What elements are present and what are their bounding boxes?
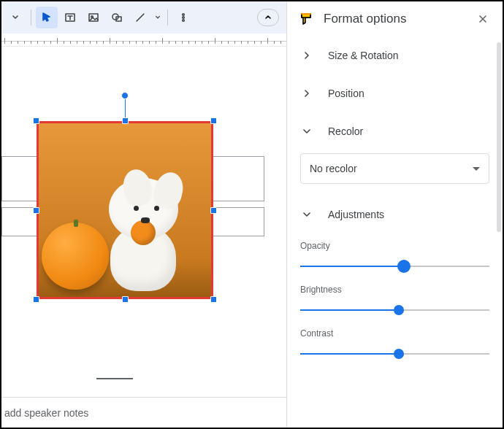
resize-handle-tr[interactable] — [210, 117, 217, 124]
rotation-stem — [125, 98, 126, 118]
toolbar-dropdown-caret[interactable] — [4, 7, 26, 28]
insert-image-tool[interactable] — [83, 7, 104, 28]
resize-handle-r[interactable] — [210, 207, 217, 214]
format-options-panel: Format options Size & Rotation Position — [286, 1, 503, 428]
opacity-slider[interactable] — [300, 261, 489, 271]
opacity-control: Opacity — [300, 241, 489, 271]
brightness-control: Brightness — [300, 285, 489, 315]
rotation-handle[interactable] — [121, 92, 129, 99]
close-panel-button[interactable] — [475, 8, 491, 31]
opacity-label: Opacity — [300, 241, 489, 251]
section-label: Position — [328, 88, 364, 99]
contrast-slider-thumb[interactable] — [394, 349, 404, 359]
contrast-control: Contrast — [300, 328, 489, 359]
chevron-right-icon — [300, 89, 313, 98]
chevron-right-icon — [300, 51, 313, 60]
image-content — [37, 121, 213, 299]
speaker-notes-placeholder: add speaker notes — [4, 407, 88, 419]
section-label: Size & Rotation — [328, 50, 399, 61]
section-label: Adjustments — [328, 209, 384, 220]
slide-canvas[interactable]: Click to add title Click to add subtitle — [1, 47, 286, 428]
recolor-selected-value: No recolor — [310, 163, 357, 174]
chevron-down-icon — [300, 128, 313, 135]
more-tools[interactable] — [172, 7, 194, 28]
recolor-dropdown[interactable]: No recolor — [300, 153, 489, 184]
section-position[interactable]: Position — [287, 74, 503, 112]
panel-title: Format options — [324, 12, 465, 26]
svg-point-5 — [183, 14, 185, 16]
resize-handle-l[interactable] — [33, 207, 39, 214]
toolbar — [1, 1, 286, 34]
brightness-slider[interactable] — [300, 305, 489, 315]
shape-tool[interactable] — [106, 7, 128, 28]
brightness-label: Brightness — [300, 285, 489, 295]
selected-image[interactable] — [37, 121, 213, 299]
horizontal-ruler — [1, 34, 286, 47]
svg-point-6 — [183, 17, 185, 19]
format-options-icon — [299, 12, 313, 26]
contrast-slider[interactable] — [300, 349, 489, 359]
section-recolor[interactable]: Recolor — [287, 112, 503, 150]
select-tool[interactable] — [36, 7, 58, 28]
line-tool[interactable] — [129, 7, 151, 28]
brightness-slider-thumb[interactable] — [394, 305, 404, 315]
svg-point-7 — [183, 20, 185, 22]
collapse-toolbar[interactable] — [257, 9, 279, 26]
slide-divider — [96, 378, 133, 379]
section-label: Recolor — [328, 125, 363, 137]
resize-handle-bl[interactable] — [33, 296, 39, 303]
resize-handle-br[interactable] — [210, 296, 217, 303]
caret-down-icon — [473, 167, 480, 171]
dog-graphic — [88, 167, 191, 291]
contrast-label: Contrast — [300, 328, 489, 339]
text-box-tool[interactable] — [59, 7, 81, 28]
panel-header: Format options — [287, 1, 503, 36]
resize-handle-t[interactable] — [122, 117, 129, 124]
section-size-rotation[interactable]: Size & Rotation — [287, 36, 503, 74]
speaker-notes[interactable]: add speaker notes — [1, 397, 286, 428]
panel-scrollbar[interactable] — [497, 42, 501, 232]
chevron-down-icon — [300, 211, 313, 218]
resize-handle-tl[interactable] — [33, 117, 39, 124]
line-tool-dropdown[interactable] — [153, 7, 163, 28]
resize-handle-b[interactable] — [122, 296, 129, 303]
section-adjustments[interactable]: Adjustments — [287, 196, 503, 233]
opacity-slider-thumb[interactable] — [397, 260, 411, 273]
